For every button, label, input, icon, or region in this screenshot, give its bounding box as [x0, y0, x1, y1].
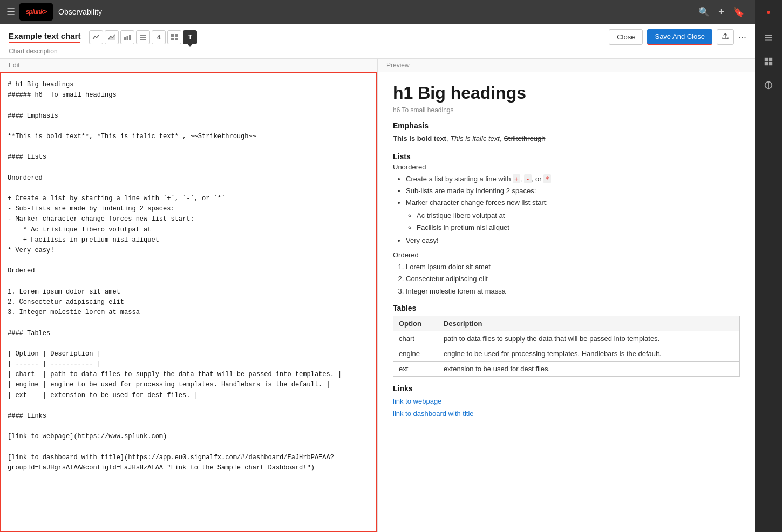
- svg-rect-10: [140, 35, 146, 36]
- svg-rect-11: [140, 37, 146, 38]
- svg-rect-3: [769, 62, 772, 65]
- chart-type-heatmap[interactable]: [167, 30, 181, 44]
- table-cell: ext: [393, 361, 438, 376]
- preview-link1[interactable]: link to webpage: [393, 397, 441, 405]
- svg-rect-12: [140, 39, 146, 40]
- chart-description[interactable]: Chart description: [9, 47, 58, 55]
- sub-list-item: Facilisis in pretium nisl aliquet: [417, 222, 740, 234]
- splunk-logo[interactable]: splunk>: [19, 3, 53, 21]
- preview-ordered-label: Ordered: [393, 251, 740, 259]
- export-icon: [722, 32, 729, 40]
- add-icon[interactable]: +: [718, 6, 724, 18]
- preview-emphasis-text: This is bold text, This is italic text, …: [393, 133, 740, 145]
- sidebar-item-nav3[interactable]: [755, 73, 782, 97]
- table-cell: engine to be used for processing templat…: [438, 346, 739, 361]
- preview-link1-container: link to webpage: [393, 397, 740, 405]
- chart-type-text[interactable]: T: [183, 30, 197, 44]
- svg-rect-14: [175, 34, 178, 37]
- table-cell: engine: [393, 346, 438, 361]
- chart-header: Example text chart 4: [0, 24, 755, 59]
- preview-h1: h1 Big headings: [393, 83, 740, 103]
- list-item: Create a list by starting a line with +,…: [406, 173, 740, 185]
- svg-rect-9: [129, 35, 131, 40]
- preview-ordered-list: Lorem ipsum dolor sit amet Consectetur a…: [406, 261, 740, 297]
- edit-textarea[interactable]: # h1 Big headings ###### h6 To small hea…: [0, 72, 377, 532]
- browser-menu-icon[interactable]: ☰: [6, 6, 15, 18]
- svg-rect-2: [765, 62, 768, 65]
- sidebar-item-nav2[interactable]: [755, 50, 782, 73]
- preview-lists-heading: Lists: [393, 152, 740, 161]
- svg-rect-7: [124, 37, 126, 40]
- list-item: Very easy!: [406, 235, 740, 247]
- nav3-icon: [764, 80, 773, 90]
- chart-type-bar[interactable]: [120, 30, 134, 44]
- table-row: ext extension to be used for dest files.: [393, 361, 740, 376]
- preview-link2[interactable]: link to dashboard with title: [393, 410, 474, 418]
- right-sidebar: ●: [755, 0, 782, 532]
- sidebar-top-icon: ●: [766, 8, 771, 16]
- chart-title[interactable]: Example text chart: [9, 31, 80, 43]
- strike-text: Strikethrough: [504, 134, 545, 142]
- table-row: engine engine to be used for processing …: [393, 346, 740, 361]
- preview-panel-label: Preview: [378, 59, 755, 72]
- list-item: Sub-lists are made by indenting 2 spaces…: [406, 185, 740, 197]
- table-cell: extension to be used for dest files.: [438, 361, 739, 376]
- save-close-button[interactable]: Save And Close: [647, 29, 712, 45]
- list-item: Lorem ipsum dolor sit amet: [406, 261, 740, 273]
- edit-panel-label: Edit: [0, 59, 377, 72]
- sub-list: Ac tristique libero volutpat at Facilisi…: [417, 210, 740, 234]
- preview-tables-heading: Tables: [393, 304, 740, 312]
- list-item: Marker character change forces new list …: [406, 197, 740, 234]
- bookmark-icon[interactable]: 🔖: [733, 6, 744, 18]
- bold-text: This is bold text: [393, 134, 446, 142]
- chart-type-list[interactable]: [136, 30, 150, 44]
- edit-panel: Edit # h1 Big headings ###### h6 To smal…: [0, 59, 378, 532]
- svg-rect-1: [769, 58, 772, 61]
- list-item: Integer molestie lorem at massa: [406, 285, 740, 297]
- more-button[interactable]: ···: [738, 32, 746, 42]
- nav2-icon: [764, 57, 773, 66]
- preview-unordered-label: Unordered: [393, 163, 740, 171]
- list-item: Consectetur adipiscing elit: [406, 273, 740, 285]
- preview-link2-container: link to dashboard with title: [393, 410, 740, 418]
- svg-rect-0: [765, 58, 768, 61]
- preview-emphasis-heading: Emphasis: [393, 121, 740, 130]
- table-header-description: Description: [438, 316, 739, 331]
- table-cell: chart: [393, 331, 438, 346]
- svg-rect-13: [171, 34, 174, 37]
- table-cell: path to data files to supply the data th…: [438, 331, 739, 346]
- preview-table: Option Description chart path to data fi…: [393, 316, 740, 377]
- header-actions: Close Save And Close ···: [609, 29, 746, 45]
- chart-type-single[interactable]: 4: [152, 30, 166, 44]
- italic-text: This is italic text: [450, 134, 500, 142]
- chart-type-icons: 4 T: [89, 30, 197, 44]
- svg-rect-8: [127, 36, 128, 40]
- chart-title-area: Example text chart: [9, 31, 80, 43]
- preview-panel: Preview h1 Big headings h6 To small head…: [378, 59, 755, 532]
- table-row: chart path to data files to supply the d…: [393, 331, 740, 346]
- sub-list-item: Ac tristique libero volutpat at: [417, 210, 740, 222]
- svg-rect-15: [171, 38, 174, 40]
- export-button[interactable]: [717, 29, 734, 45]
- app-title: Observability: [58, 8, 102, 16]
- preview-content: h1 Big headings h6 To small headings Emp…: [378, 72, 755, 532]
- preview-h6: h6 To small headings: [393, 106, 740, 114]
- search-icon[interactable]: 🔍: [698, 6, 710, 18]
- preview-links-heading: Links: [393, 384, 740, 393]
- chart-type-line[interactable]: [89, 30, 103, 44]
- table-header-option: Option: [393, 316, 438, 331]
- svg-rect-16: [175, 38, 178, 40]
- nav1-icon: [764, 33, 773, 43]
- sidebar-item-nav1[interactable]: [755, 26, 782, 50]
- close-button[interactable]: Close: [609, 29, 643, 45]
- chart-type-area[interactable]: [105, 30, 119, 44]
- preview-unordered-list: Create a list by starting a line with +,…: [406, 173, 740, 247]
